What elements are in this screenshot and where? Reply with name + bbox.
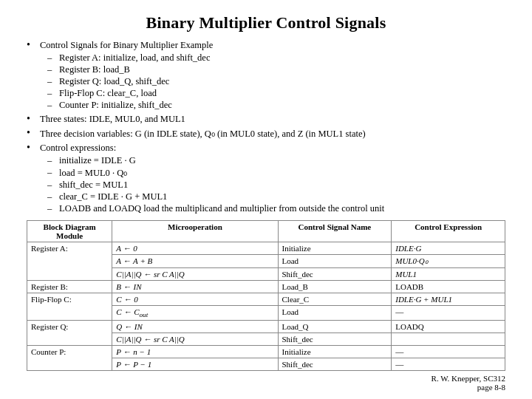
signal-cell: Load (278, 306, 392, 321)
bullet-dot-4: • (27, 142, 40, 154)
module-cell: Flip-Flop C: (27, 293, 112, 321)
bullet-2: • Three states: IDLE, MUL0, and MUL1 (27, 114, 505, 125)
expr-cell: MUL1 (392, 268, 505, 281)
bullet-3: • Three decision variables: G (in IDLE s… (27, 128, 505, 140)
bullet-text-4: Control expressions: (40, 143, 505, 154)
list-item: – initialize = IDLE · G (47, 155, 505, 166)
table-row: Register A: A ← 0 Initialize IDLE·G (27, 242, 505, 255)
table-row: Counter P: P ← n − 1 Initialize — (27, 346, 505, 358)
op-cell: A ← 0 (112, 242, 278, 255)
expr-cell: — (392, 358, 505, 371)
expr-cell: LOADB (392, 281, 505, 293)
footer-line2: page 8-8 (432, 383, 505, 392)
op-cell: C||A||Q ← sr C A||Q (112, 333, 278, 346)
op-cell: C||A||Q ← sr C A||Q (112, 268, 278, 281)
col-header-microop: Microoperation (112, 221, 278, 242)
signal-cell: Load (278, 255, 392, 268)
list-item: – Register B: load_B (47, 64, 505, 75)
module-cell: Register Q: (27, 321, 112, 346)
op-cell: Q ← IN (112, 321, 278, 333)
op-cell: P ← n − 1 (112, 346, 278, 358)
content-area: • Control Signals for Binary Multiplier … (27, 40, 505, 371)
sub-text: LOADB and LOADQ load the multiplicand an… (59, 203, 505, 214)
expr-cell: LOADQ (392, 321, 505, 333)
sub-text: Flip-Flop C: clear_C, load (59, 88, 505, 99)
bullet-dot-3: • (27, 127, 40, 139)
footer-line1: R. W. Knepper, SC312 (432, 374, 505, 383)
list-item: – shift_dec = MUL1 (47, 180, 505, 191)
op-cell: C ← Cout (112, 306, 278, 321)
op-cell: P ← P − 1 (112, 358, 278, 371)
sub-text: Register B: load_B (59, 64, 505, 75)
signal-cell: Shift_dec (278, 268, 392, 281)
module-cell: Register B: (27, 281, 112, 293)
expr-cell: MUL0·Q₀ (392, 255, 505, 268)
expr-cell: — (392, 306, 505, 321)
expr-cell: IDLE·G (392, 242, 505, 255)
table-row: Register Q: Q ← IN Load_Q LOADQ (27, 321, 505, 333)
sub-text: Counter P: initialize, shift_dec (59, 100, 505, 111)
list-item: – Register Q: load_Q, shift_dec (47, 76, 505, 87)
bullet-dot-1: • (27, 39, 40, 51)
bullet-1: • Control Signals for Binary Multiplier … (27, 40, 505, 111)
col-header-module: Block Diagram Module (27, 221, 112, 242)
list-item: – LOADB and LOADQ load the multiplicand … (47, 203, 505, 214)
expr-cell: IDLE·G + MUL1 (392, 293, 505, 306)
signal-cell: Initialize (278, 346, 392, 358)
col-header-signal: Control Signal Name (278, 221, 392, 242)
sub-text: clear_C = IDLE · G + MUL1 (59, 191, 505, 202)
op-cell: C ← 0 (112, 293, 278, 306)
expr-cell: — (392, 346, 505, 358)
signal-cell: Shift_dec (278, 333, 392, 346)
module-cell: Counter P: (27, 346, 112, 371)
op-cell: A ← A + B (112, 255, 278, 268)
bullet-dot-2: • (27, 113, 40, 125)
sub-list-1: – Register A: initialize, load, and shif… (47, 52, 505, 111)
signal-cell: Load_Q (278, 321, 392, 333)
sub-text: initialize = IDLE · G (59, 155, 505, 166)
sub-list-4: – initialize = IDLE · G – load = MUL0 · … (47, 155, 505, 214)
page: Binary Multiplier Control Signals • Cont… (0, 0, 532, 399)
module-cell: Register A: (27, 242, 112, 281)
table-row: Register B: B ← IN Load_B LOADB (27, 281, 505, 293)
bullet-4: • Control expressions: – initialize = ID… (27, 143, 505, 214)
sub-text: load = MUL0 · Q₀ (59, 167, 505, 179)
expr-cell (392, 333, 505, 346)
page-title: Binary Multiplier Control Signals (27, 13, 505, 33)
control-signals-table: Block Diagram Module Microoperation Cont… (27, 220, 505, 371)
bullet-text-1: Control Signals for Binary Multiplier Ex… (40, 40, 505, 51)
list-item: – Register A: initialize, load, and shif… (47, 52, 505, 64)
list-item: – clear_C = IDLE · G + MUL1 (47, 191, 505, 202)
list-item: – Flip-Flop C: clear_C, load (47, 88, 505, 99)
signal-cell: Clear_C (278, 293, 392, 306)
bullet-text-3: Three decision variables: G (in IDLE sta… (40, 128, 505, 140)
signal-cell: Load_B (278, 281, 392, 293)
bullet-text-2: Three states: IDLE, MUL0, and MUL1 (40, 114, 505, 125)
list-item: – load = MUL0 · Q₀ (47, 167, 505, 179)
sub-text: Register A: initialize, load, and shift_… (59, 52, 505, 64)
list-item: – Counter P: initialize, shift_dec (47, 100, 505, 111)
col-header-expression: Control Expression (392, 221, 505, 242)
signal-cell: Shift_dec (278, 358, 392, 371)
table-row: Flip-Flop C: C ← 0 Clear_C IDLE·G + MUL1 (27, 293, 505, 306)
sub-text: Register Q: load_Q, shift_dec (59, 76, 505, 87)
sub-text: shift_dec = MUL1 (59, 180, 505, 191)
op-cell: B ← IN (112, 281, 278, 293)
footer: R. W. Knepper, SC312 page 8-8 (432, 374, 505, 392)
signal-cell: Initialize (278, 242, 392, 255)
